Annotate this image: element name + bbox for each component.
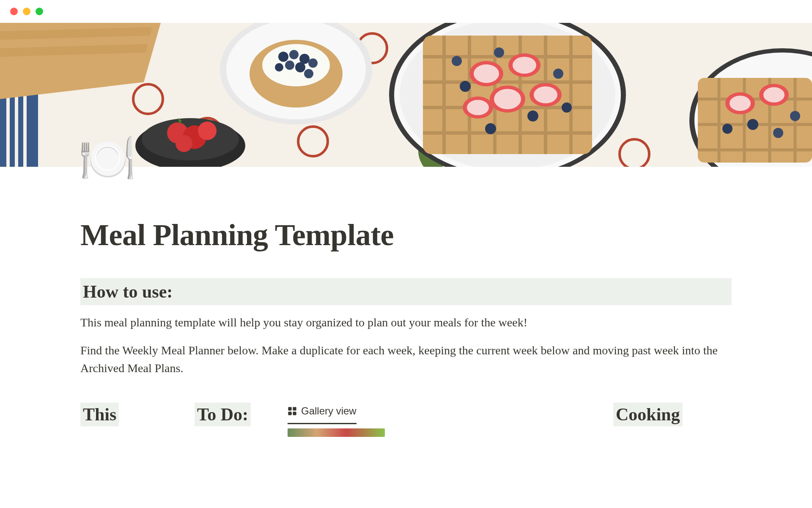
svg-point-79 (773, 128, 783, 138)
gallery-preview-thumbnail[interactable] (288, 428, 385, 437)
svg-point-61 (485, 123, 496, 134)
this-week-heading[interactable]: This (80, 403, 119, 426)
svg-point-31 (275, 63, 283, 72)
gallery-view-tab[interactable]: Gallery view (288, 403, 357, 424)
svg-point-56 (467, 100, 489, 115)
how-to-use-heading[interactable]: How to use: (80, 278, 732, 305)
gallery-view-label: Gallery view (301, 405, 357, 417)
column-gallery: Gallery view (288, 403, 516, 437)
svg-point-81 (790, 111, 800, 121)
column-todo: To Do: (195, 403, 279, 437)
svg-point-62 (452, 56, 462, 66)
svg-rect-85 (293, 411, 296, 415)
svg-point-60 (553, 69, 563, 79)
svg-point-20 (176, 135, 192, 152)
page-content: Meal Planning Template How to use: This … (0, 167, 812, 437)
svg-point-75 (730, 96, 751, 111)
svg-point-26 (289, 50, 299, 59)
svg-point-54 (534, 86, 557, 103)
column-this-week: This (80, 403, 186, 437)
svg-point-25 (278, 52, 288, 62)
svg-point-59 (527, 110, 538, 121)
svg-point-63 (562, 102, 572, 113)
page-title[interactable]: Meal Planning Template (80, 218, 732, 253)
cooking-heading[interactable]: Cooking (613, 403, 683, 426)
svg-point-30 (308, 58, 318, 68)
window-controls (0, 0, 812, 23)
svg-point-28 (285, 61, 294, 70)
column-cooking: Cooking (613, 403, 732, 437)
svg-rect-82 (288, 407, 291, 410)
svg-point-50 (513, 57, 536, 74)
svg-point-77 (763, 87, 785, 102)
svg-point-19 (198, 121, 217, 140)
gallery-icon (288, 406, 297, 416)
svg-point-29 (295, 62, 305, 72)
window-close-button[interactable] (10, 8, 18, 15)
svg-point-58 (494, 47, 504, 58)
svg-point-57 (460, 81, 471, 92)
svg-point-52 (494, 89, 521, 109)
svg-rect-84 (288, 411, 291, 415)
svg-point-32 (304, 69, 313, 78)
intro-paragraph-2[interactable]: Find the Weekly Meal Planner below. Make… (80, 342, 732, 377)
page-icon[interactable]: 🍽️ (78, 135, 136, 182)
svg-rect-83 (293, 407, 296, 410)
todo-heading[interactable]: To Do: (195, 403, 251, 426)
svg-point-48 (474, 64, 499, 83)
intro-paragraph-1[interactable]: This meal planning template will help yo… (80, 314, 732, 331)
window-minimize-button[interactable] (23, 8, 30, 15)
columns-container: This To Do: Gallery view (80, 403, 732, 437)
svg-point-80 (722, 124, 732, 134)
window-maximize-button[interactable] (36, 8, 43, 15)
svg-point-78 (747, 119, 758, 130)
